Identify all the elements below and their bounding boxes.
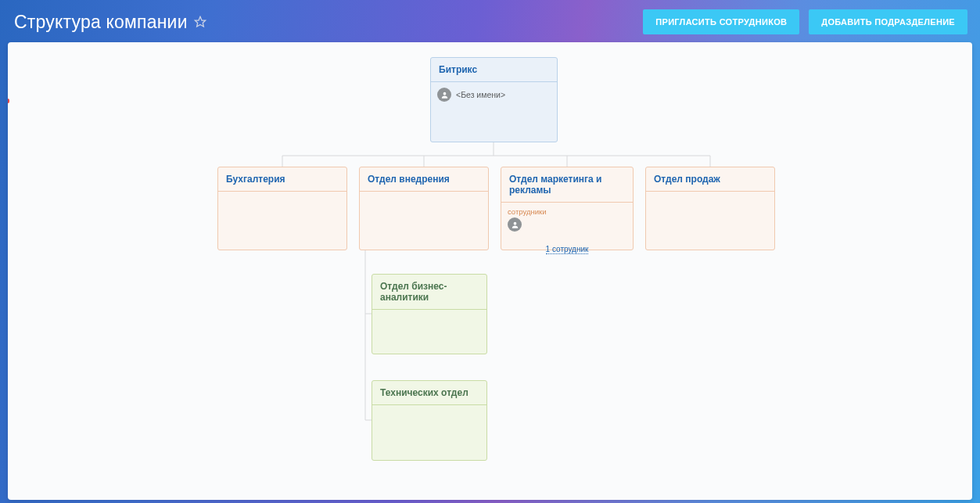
employee-count-link[interactable]: 1 сотрудник bbox=[501, 245, 633, 253]
dept-title: Битрикс bbox=[431, 58, 557, 82]
svg-marker-0 bbox=[195, 16, 205, 27]
dept-title: Технических отдел bbox=[372, 381, 486, 405]
dept-card-accounting[interactable]: Бухгалтерия bbox=[217, 167, 347, 250]
user-icon[interactable] bbox=[508, 217, 522, 232]
user-icon bbox=[437, 88, 451, 102]
svg-point-11 bbox=[513, 221, 516, 225]
dept-card-root[interactable]: Битрикс <Без имени> bbox=[430, 57, 558, 142]
manager-name: <Без имени> bbox=[456, 90, 505, 99]
left-indicator bbox=[8, 99, 9, 103]
action-buttons: ПРИГЛАСИТЬ СОТРУДНИКОВ ДОБАВИТЬ ПОДРАЗДЕ… bbox=[643, 9, 967, 34]
dept-card-sales[interactable]: Отдел продаж bbox=[645, 167, 775, 250]
dept-body: сотрудники 1 сотрудник bbox=[501, 203, 633, 259]
org-chart-panel: Битрикс <Без имени> Бухгалтерия Отдел вн… bbox=[8, 42, 972, 500]
dept-title: Отдел внедрения bbox=[360, 167, 488, 192]
dept-card-tech[interactable]: Технических отдел bbox=[372, 380, 487, 461]
dept-card-marketing[interactable]: Отдел маркетинга и рекламы сотрудники 1 … bbox=[501, 167, 634, 250]
invite-employees-button[interactable]: ПРИГЛАСИТЬ СОТРУДНИКОВ bbox=[643, 9, 799, 34]
dept-title: Отдел бизнес-аналитики bbox=[372, 275, 486, 310]
dept-card-implementation[interactable]: Отдел внедрения bbox=[359, 167, 489, 250]
top-bar: Структура компании ПРИГЛАСИТЬ СОТРУДНИКО… bbox=[0, 0, 980, 42]
dept-title: Отдел маркетинга и рекламы bbox=[501, 167, 633, 203]
svg-point-10 bbox=[443, 92, 446, 95]
title-wrap: Структура компании bbox=[14, 12, 206, 33]
page-title: Структура компании bbox=[14, 12, 188, 33]
employees-label: сотрудники bbox=[508, 207, 626, 216]
dept-body: <Без имени> bbox=[431, 82, 557, 107]
manager-row[interactable]: <Без имени> bbox=[437, 88, 551, 102]
dept-title: Отдел продаж bbox=[646, 167, 774, 192]
dept-title: Бухгалтерия bbox=[218, 167, 346, 192]
add-department-button[interactable]: ДОБАВИТЬ ПОДРАЗДЕЛЕНИЕ bbox=[809, 9, 967, 34]
dept-card-bi[interactable]: Отдел бизнес-аналитики bbox=[372, 274, 487, 354]
favorite-star-icon[interactable] bbox=[194, 16, 206, 28]
